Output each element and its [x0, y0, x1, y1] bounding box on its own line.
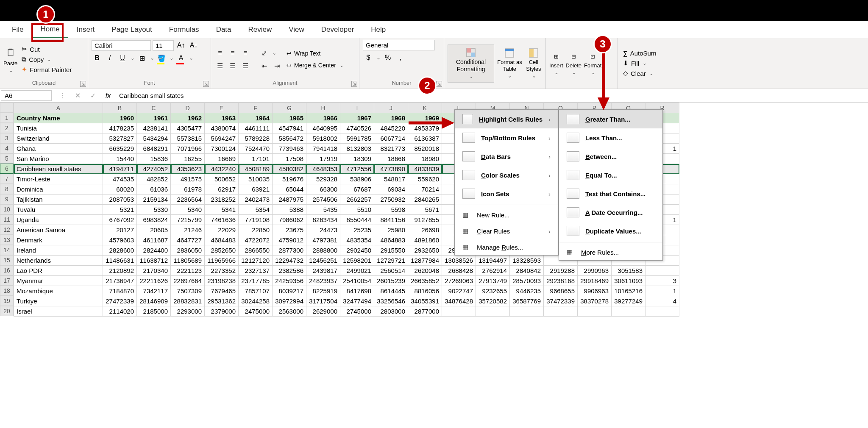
row-header[interactable]: 17 — [0, 275, 14, 286]
cell[interactable]: 5573815 — [171, 133, 205, 144]
tab-file[interactable]: File — [3, 22, 32, 37]
cell[interactable]: Dominica — [14, 184, 103, 195]
cell[interactable]: 4647727 — [171, 235, 205, 245]
cell[interactable]: 5330 — [137, 205, 171, 215]
cell[interactable]: 2877000 — [408, 306, 442, 317]
cell[interactable]: 24473 — [306, 225, 340, 235]
font-family-select[interactable] — [92, 40, 151, 51]
clear-button[interactable]: ◇Clear⌄ — [621, 69, 658, 78]
cell[interactable]: 2318252 — [205, 195, 239, 205]
cell[interactable]: 1965 — [273, 113, 306, 123]
cell[interactable]: 4797381 — [306, 235, 340, 245]
font-color-button[interactable]: A — [175, 53, 186, 64]
cell[interactable]: 6767092 — [103, 215, 137, 225]
cell[interactable]: 8841156 — [374, 215, 408, 225]
align-bottom-icon[interactable]: ≡ — [240, 47, 251, 58]
cell[interactable]: 1961 — [137, 113, 171, 123]
column-header[interactable]: K — [408, 103, 442, 113]
row-header[interactable]: 12 — [0, 225, 14, 235]
cell[interactable]: 2990963 — [578, 266, 612, 276]
cell[interactable]: 31717504 — [306, 296, 340, 306]
cell[interactable]: 63921 — [239, 184, 273, 195]
cell[interactable]: 8520018 — [408, 144, 442, 154]
menu-item[interactable]: Top/Bottom Rules› — [455, 128, 558, 147]
cell[interactable]: Lao PDR — [14, 266, 103, 276]
cell[interactable]: 2574506 — [306, 195, 340, 205]
italic-button[interactable]: I — [104, 53, 115, 64]
fill-button[interactable]: ⬇Fill⌄ — [621, 58, 658, 68]
cell[interactable]: 5789228 — [239, 133, 273, 144]
cell[interactable]: 32477494 — [340, 296, 374, 306]
cell[interactable]: 2932650 — [408, 245, 442, 256]
cell[interactable]: 17101 — [239, 154, 273, 164]
paste-button[interactable]: Paste ⌄ — [3, 46, 17, 73]
cell[interactable]: 9232655 — [476, 286, 510, 296]
cell[interactable]: 2120892 — [103, 266, 137, 276]
cell[interactable]: 4611687 — [137, 235, 171, 245]
cell[interactable]: 1962 — [171, 113, 205, 123]
cell[interactable]: 2221123 — [171, 266, 205, 276]
decrease-font-icon[interactable]: A↓ — [188, 40, 199, 51]
cell[interactable]: Tajikistan — [14, 195, 103, 205]
orientation-icon[interactable]: ⤢ — [259, 47, 270, 58]
cell[interactable]: 61036 — [137, 184, 171, 195]
cell[interactable]: 2840265 — [408, 195, 442, 205]
fill-color-button[interactable]: 🪣 — [156, 53, 167, 64]
cell[interactable]: 1967 — [340, 113, 374, 123]
cell[interactable]: 1964 — [239, 113, 273, 123]
cell[interactable]: 7857107 — [239, 286, 273, 296]
cell[interactable]: 8039217 — [273, 286, 306, 296]
tab-data[interactable]: Data — [208, 22, 240, 37]
cell[interactable]: Country Name — [14, 113, 103, 123]
cell[interactable]: 7739463 — [273, 144, 306, 154]
format-as-table-button[interactable]: Format as Table⌄ — [497, 48, 523, 79]
cell[interactable]: 17919 — [306, 154, 340, 164]
cell[interactable]: 5388 — [273, 205, 306, 215]
row-header[interactable]: 11 — [0, 214, 14, 225]
cell[interactable]: Uganda — [14, 215, 103, 225]
cell[interactable]: 69034 — [374, 184, 408, 195]
cell[interactable]: 16255 — [171, 154, 205, 164]
cell[interactable]: 28832831 — [171, 296, 205, 306]
cell[interactable]: 12294732 — [273, 256, 306, 266]
cell[interactable]: Tuvalu — [14, 205, 103, 215]
cell[interactable]: 38370278 — [578, 296, 612, 306]
cell[interactable]: 12456251 — [306, 256, 340, 266]
cell[interactable]: 2745000 — [340, 306, 374, 317]
cell[interactable]: 2487975 — [273, 195, 306, 205]
cell[interactable]: 4759012 — [273, 235, 306, 245]
cell[interactable]: 20605 — [137, 225, 171, 235]
cell[interactable]: 7679465 — [205, 286, 239, 296]
cell[interactable]: 13038526 — [442, 256, 476, 266]
column-header[interactable]: B — [103, 103, 137, 113]
cell[interactable]: 2439817 — [306, 266, 340, 276]
cell[interactable]: 2919288 — [544, 266, 578, 276]
tab-insert[interactable]: Insert — [68, 22, 103, 37]
name-box[interactable] — [1, 90, 52, 101]
cell[interactable]: 39277249 — [612, 296, 645, 306]
number-launcher[interactable]: ⇲ — [436, 81, 442, 87]
cell[interactable]: 4579603 — [103, 235, 137, 245]
cell[interactable]: 33256546 — [374, 296, 408, 306]
cell[interactable]: 4648353 — [306, 164, 340, 174]
cell[interactable]: 12127120 — [239, 256, 273, 266]
bold-button[interactable]: B — [92, 53, 103, 64]
cell[interactable]: 27269063 — [442, 276, 476, 286]
cell[interactable]: 28146909 — [137, 296, 171, 306]
cell[interactable]: Myanmar — [14, 276, 103, 286]
fx-icon[interactable]: fx — [103, 90, 114, 101]
cell[interactable]: 28570093 — [510, 276, 544, 286]
cell[interactable]: 7507309 — [171, 286, 205, 296]
menu-item[interactable]: ▦Clear Rules› — [455, 223, 558, 239]
cell[interactable]: 7215799 — [171, 215, 205, 225]
cell[interactable]: 26015239 — [374, 276, 408, 286]
cell[interactable]: 1 — [645, 286, 679, 296]
cell[interactable]: 2836050 — [171, 245, 205, 256]
cell[interactable]: Caribbean small states — [14, 164, 103, 174]
cell[interactable]: 7300124 — [205, 144, 239, 154]
cell[interactable]: 2902450 — [340, 245, 374, 256]
cut-button[interactable]: ✂Cut — [20, 44, 73, 54]
menu-item[interactable]: Data Bars› — [455, 147, 558, 166]
cell[interactable]: 7719108 — [239, 215, 273, 225]
cell[interactable]: 18309 — [340, 154, 374, 164]
